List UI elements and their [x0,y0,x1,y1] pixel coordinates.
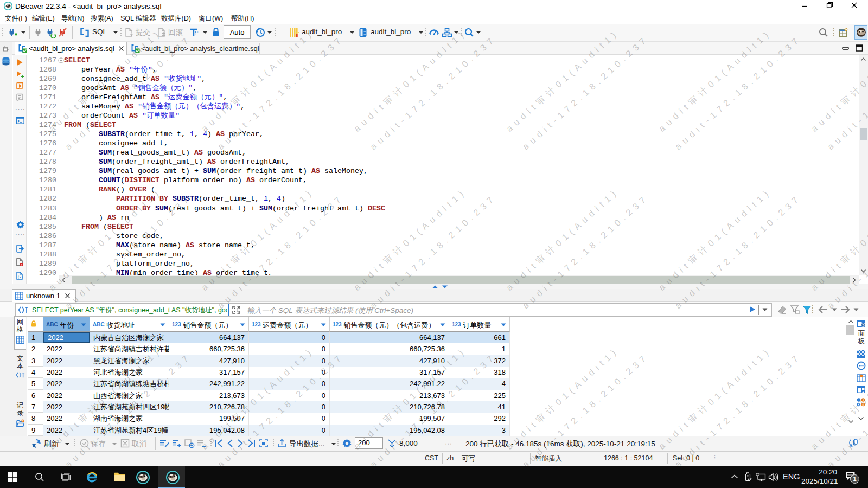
svg-text:(x): (x) [17,275,23,279]
